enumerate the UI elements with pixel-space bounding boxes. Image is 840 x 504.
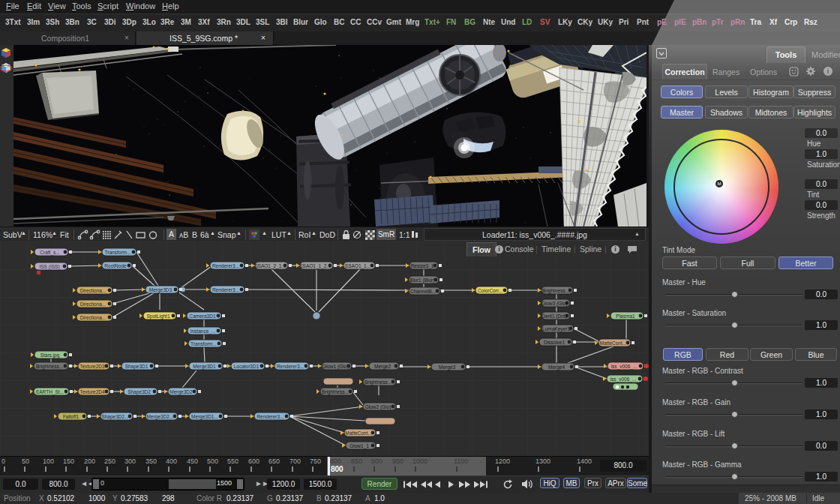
svg-text:Texture2D3: Texture2D3: [80, 364, 105, 369]
svg-text:Renderer3...: Renderer3...: [212, 263, 239, 268]
svg-text:Dent1 (Dnt): Dent1 (Dnt): [542, 314, 567, 320]
svg-text:Brightness...: Brightness...: [36, 364, 63, 370]
svg-text:MatteCont...: MatteCont...: [345, 430, 372, 436]
svg-text:MatteCont...: MatteCont...: [600, 340, 627, 346]
svg-text:Merge3D2: Merge3D2: [170, 389, 193, 395]
svg-text:Merge2: Merge2: [374, 364, 391, 370]
svg-text:Dissolve1: Dissolve1: [544, 340, 566, 345]
svg-text:Merge3: Merge3: [439, 364, 455, 370]
svg-text:Glow1 (Glo): Glow1 (Glo): [322, 364, 349, 370]
svg-text:Camera3D1: Camera3D1: [189, 314, 215, 319]
svg-text:iss_v006_...: iss_v006_...: [610, 376, 637, 382]
svg-text:ChannelB...: ChannelB...: [410, 289, 436, 294]
svg-text:SSAO1_1...: SSAO1_1...: [345, 263, 371, 269]
svg-text:iss_v006_...: iss_v006_...: [611, 364, 638, 370]
svg-text:Stars.jpg: Stars.jpg: [40, 352, 60, 358]
svg-text:Merge3D1: Merge3D1: [193, 364, 216, 370]
svg-text:Merge3D3: Merge3D3: [149, 287, 172, 293]
svg-text:Merge3D1...: Merge3D1...: [191, 414, 218, 420]
svg-text:Locator3D1: Locator3D1: [234, 364, 260, 369]
svg-text:RootNode: RootNode: [104, 263, 127, 268]
svg-text:Glow2 (Glo): Glow2 (Glo): [365, 404, 392, 410]
svg-text:Glow1_1: Glow1_1: [350, 443, 369, 449]
svg-text:Blur1 (Blur): Blur1 (Blur): [410, 278, 435, 284]
svg-text:Brightness...: Brightness...: [364, 380, 392, 386]
svg-text:Directiona...: Directiona...: [80, 302, 106, 307]
svg-text:Merge4: Merge4: [548, 364, 565, 370]
svg-text:Renderer3...: Renderer3...: [277, 364, 304, 369]
svg-text:Shape3D1: Shape3D1: [125, 364, 148, 370]
svg-text:Instance_...: Instance_...: [190, 328, 216, 334]
svg-text:Brightness...: Brightness...: [542, 288, 569, 294]
svg-text:Glow3 (Glo): Glow3 (Glo): [542, 301, 568, 307]
svg-text:Transform...: Transform...: [105, 250, 131, 255]
svg-text:SpotLight1: SpotLight1: [146, 314, 170, 320]
svg-text:ColorCorr...: ColorCorr...: [478, 288, 502, 293]
svg-text:Brightness...: Brightness...: [322, 389, 349, 395]
svg-text:Renderer3...: Renderer3...: [256, 414, 284, 419]
svg-text:Merge3D2...: Merge3D2...: [147, 414, 174, 420]
svg-text:Directiona...: Directiona...: [80, 315, 106, 320]
svg-text:Resize3_1: Resize3_1: [411, 263, 434, 269]
svg-text:SSAO1_2_1...: SSAO1_2_1...: [254, 263, 286, 269]
svg-text:Texture2D4: Texture2D4: [80, 389, 105, 394]
svg-text:Directiona...: Directiona...: [80, 288, 106, 293]
svg-text:Renderer3...: Renderer3...: [212, 287, 239, 292]
svg-text:SSAO1_1_2...: SSAO1_1_2...: [299, 263, 331, 269]
svg-text:LumaKeyer1: LumaKeyer1: [542, 326, 570, 332]
svg-text:Shape3D2...: Shape3D2...: [101, 414, 128, 420]
svg-text:Falloff1: Falloff1: [63, 414, 80, 419]
svg-text:Craft_s...: Craft_s...: [40, 250, 60, 256]
svg-text:EARTH_St...: EARTH_St...: [36, 389, 64, 395]
svg-text:Plasma1: Plasma1: [616, 314, 635, 319]
svg-text:Transform...: Transform...: [190, 341, 217, 346]
svg-text:Shape3D2: Shape3D2: [128, 389, 151, 395]
svg-text:ISS (ISS): ISS (ISS): [39, 264, 59, 270]
